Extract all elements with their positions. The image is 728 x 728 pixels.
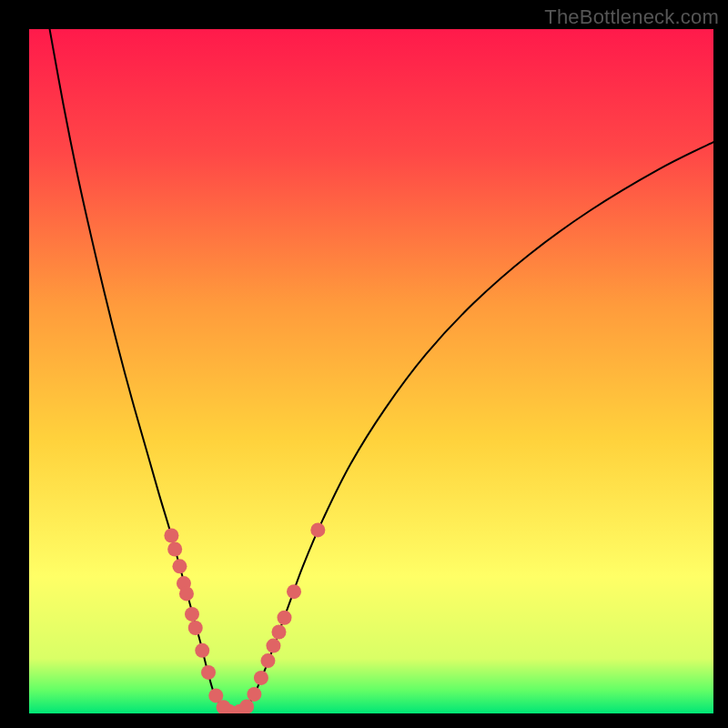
dot-dots-right-1 <box>239 699 254 713</box>
dot-dots-left-8 <box>201 665 216 680</box>
plot-area <box>29 29 713 713</box>
dot-dots-right-3 <box>254 671 268 685</box>
chart-frame: TheBottleneck.com <box>0 0 728 728</box>
dot-dots-right-8 <box>287 584 301 599</box>
dot-dots-left-5 <box>185 607 199 622</box>
dot-dots-left-2 <box>172 559 187 573</box>
dot-dots-right-5 <box>266 639 280 653</box>
dot-dots-right-9 <box>310 522 325 537</box>
dot-dots-left-1 <box>167 542 182 557</box>
dot-dots-left-0 <box>164 528 178 542</box>
dot-dots-left-7 <box>195 643 209 658</box>
watermark-text: TheBottleneck.com <box>544 5 719 29</box>
dot-dots-left-4 <box>179 586 194 601</box>
dot-dots-right-7 <box>278 611 292 625</box>
chart-svg <box>29 29 713 713</box>
dot-dots-right-2 <box>247 687 261 702</box>
gradient-background <box>29 29 713 713</box>
dot-dots-right-6 <box>271 625 286 640</box>
dot-dots-right-4 <box>260 653 275 668</box>
dot-dots-left-6 <box>188 621 203 635</box>
